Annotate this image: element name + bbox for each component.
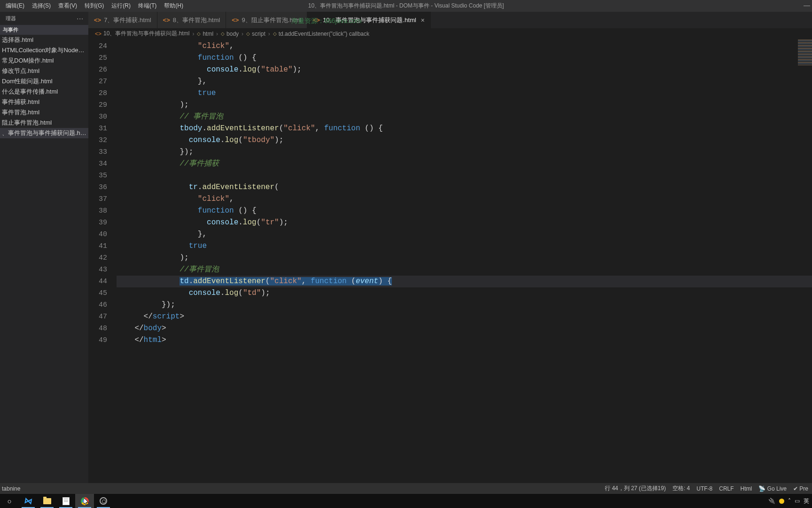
editor-tab[interactable]: <>8、事件冒泡.html xyxy=(157,12,226,28)
task-notepad[interactable] xyxy=(56,494,75,508)
menu-item[interactable]: 编辑(E) xyxy=(2,0,28,12)
close-icon[interactable]: × xyxy=(421,16,425,24)
status-item[interactable]: CRLF xyxy=(719,485,734,492)
breadcrumb-label: body xyxy=(226,31,239,37)
menu-item[interactable]: 运行(R) xyxy=(108,0,134,12)
breadcrumb-label: td.addEventListener("click") callback xyxy=(279,31,369,37)
statusbar: tabnine 行 44，列 27 (已选择19)空格: 4UTF-8CRLFH… xyxy=(0,483,812,494)
explorer-title: 理器 xyxy=(6,15,16,22)
breadcrumb-label: 10、事件冒泡与事件捕获问题.html xyxy=(103,30,189,38)
symbol-icon: ◇ xyxy=(246,31,250,36)
status-item[interactable]: 📡 Go Live xyxy=(758,485,787,492)
file-item[interactable]: 阻止事件冒泡.html xyxy=(0,118,88,128)
system-tray[interactable]: 🔌 ˄ ▭ 英 xyxy=(768,497,812,505)
file-item[interactable]: 事件捕获.html xyxy=(0,97,88,107)
tray-power-icon[interactable]: 🔌 xyxy=(768,498,775,504)
file-item[interactable]: 事件冒泡.html xyxy=(0,107,88,118)
file-item[interactable]: HTMLCollection对象与NodeList对象… xyxy=(0,45,88,56)
tab-label: 9、阻止事件冒泡.html xyxy=(242,16,301,24)
status-item[interactable]: 行 44，列 27 (已选择19) xyxy=(605,484,666,492)
breadcrumb-item[interactable]: ◇body xyxy=(221,31,239,37)
menu-item[interactable]: 终端(T) xyxy=(134,0,160,12)
html-file-icon: <> xyxy=(94,16,101,24)
editor-tabs: <>7、事件捕获.html<>8、事件冒泡.html<>9、阻止事件冒泡.htm… xyxy=(88,12,812,28)
status-item[interactable]: Html xyxy=(741,485,752,492)
html-file-icon: <> xyxy=(232,16,239,24)
breadcrumb-item[interactable]: <>10、事件冒泡与事件捕获问题.html xyxy=(95,30,189,38)
file-item[interactable]: 、事件冒泡与事件捕获问题.html xyxy=(0,128,88,138)
chevron-right-icon: › xyxy=(191,31,195,37)
task-chrome[interactable] xyxy=(75,494,94,508)
task-vscode[interactable]: ⋈ xyxy=(19,494,38,508)
editor-tab[interactable]: <>9、阻止事件冒泡.html xyxy=(226,12,307,28)
check-icon: ✔ xyxy=(793,485,799,492)
file-item[interactable]: Dom性能问题.html xyxy=(0,76,88,87)
breadcrumb: <>10、事件冒泡与事件捕获问题.html›◇html›◇body›◇scrip… xyxy=(88,28,812,40)
file-item[interactable]: 修改节点.html xyxy=(0,66,88,76)
symbol-icon: ◇ xyxy=(197,31,201,36)
breadcrumb-item[interactable]: ◇html xyxy=(197,31,213,37)
breadcrumb-item[interactable]: ◇script xyxy=(246,31,265,37)
symbol-icon: ◇ xyxy=(273,31,277,36)
symbol-icon: ◇ xyxy=(221,31,225,36)
status-tabnine[interactable]: tabnine xyxy=(0,485,20,492)
line-gutter: 2425262728293031323334353637383940414243… xyxy=(88,40,117,483)
task-file-explorer[interactable] xyxy=(38,494,56,508)
broadcast-icon: 📡 xyxy=(758,485,767,492)
editor-body[interactable]: 2425262728293031323334353637383940414243… xyxy=(88,40,812,483)
html-file-icon: <> xyxy=(95,31,102,37)
code-content[interactable]: "click", function () { console.log("tabl… xyxy=(117,40,812,483)
tray-chevron-icon[interactable]: ˄ xyxy=(788,498,791,504)
html-file-icon: <> xyxy=(313,16,320,24)
menubar: 编辑(E)选择(S)查看(V)转到(G)运行(R)终端(T)帮助(H) xyxy=(0,0,187,12)
minimap[interactable] xyxy=(798,40,812,65)
explorer-sidebar: 理器 ··· 与事件 选择器.htmlHTMLCollection对象与Node… xyxy=(0,12,88,483)
task-cortana[interactable]: ○ xyxy=(0,494,19,508)
file-item[interactable]: 选择器.html xyxy=(0,35,88,45)
tray-ime[interactable]: 英 xyxy=(804,497,809,505)
breadcrumb-label: html xyxy=(203,31,213,37)
editor-tab[interactable]: <>10、事件冒泡与事件捕获问题.html× xyxy=(307,12,431,28)
status-item[interactable]: UTF-8 xyxy=(696,485,712,492)
html-file-icon: <> xyxy=(163,16,170,24)
breadcrumb-item[interactable]: ◇td.addEventListener("click") callback xyxy=(273,31,369,37)
chevron-right-icon: › xyxy=(215,31,219,37)
file-item[interactable]: 常见DOM操作.html xyxy=(0,56,88,66)
file-item[interactable]: 什么是事件传播.html xyxy=(0,87,88,97)
menu-item[interactable]: 帮助(H) xyxy=(160,0,187,12)
menu-item[interactable]: 转到(G) xyxy=(81,0,108,12)
explorer-more-icon[interactable]: ··· xyxy=(77,15,84,22)
titlebar: 编辑(E)选择(S)查看(V)转到(G)运行(R)终端(T)帮助(H) 10、事… xyxy=(0,0,812,12)
menu-item[interactable]: 查看(V) xyxy=(55,0,81,12)
status-item[interactable]: ✔ Pre xyxy=(793,485,808,492)
breadcrumb-label: script xyxy=(252,31,265,37)
editor-tab[interactable]: <>7、事件捕获.html xyxy=(88,12,157,28)
task-obs[interactable] xyxy=(94,494,113,508)
menu-item[interactable]: 选择(S) xyxy=(28,0,55,12)
explorer-folder-name[interactable]: 与事件 xyxy=(0,25,88,35)
tab-label: 10、事件冒泡与事件捕获问题.html xyxy=(323,16,416,24)
tray-status-icon[interactable] xyxy=(779,499,784,504)
status-item[interactable]: 空格: 4 xyxy=(672,484,690,492)
window-minimize[interactable]: — xyxy=(804,1,810,9)
chevron-right-icon: › xyxy=(267,31,271,37)
tab-label: 7、事件捕获.html xyxy=(104,16,151,24)
tray-network-icon[interactable]: ▭ xyxy=(795,498,800,504)
windows-taskbar: ○ ⋈ 🔌 ˄ ▭ 英 xyxy=(0,494,812,508)
tab-label: 8、事件冒泡.html xyxy=(173,16,220,24)
chevron-right-icon: › xyxy=(241,31,244,37)
file-list: 选择器.htmlHTMLCollection对象与NodeList对象…常见DO… xyxy=(0,35,88,138)
